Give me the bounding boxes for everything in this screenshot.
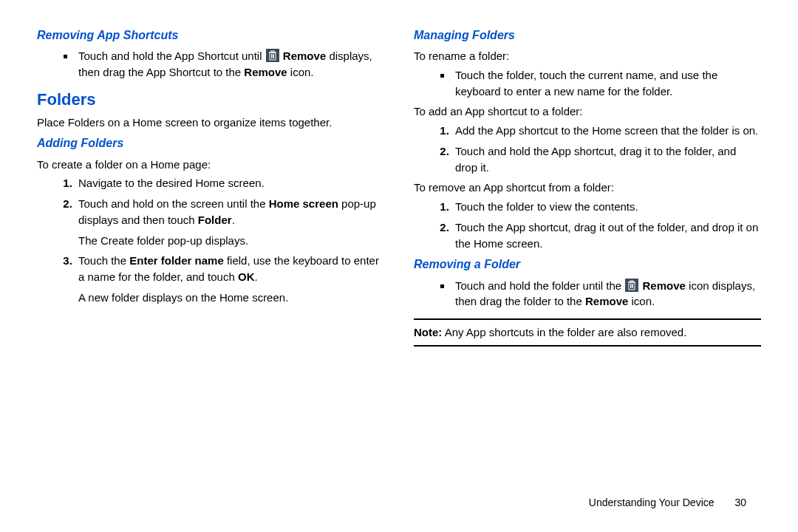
section-heading-folders: Folders xyxy=(37,88,384,112)
svg-rect-11 xyxy=(630,281,633,282)
text: . xyxy=(232,214,235,226)
paragraph: To remove an App shortcut from a folder: xyxy=(414,180,761,196)
paragraph: To rename a folder: xyxy=(414,48,761,64)
text: icon. xyxy=(628,295,655,307)
paragraph: Place Folders on a Home screen to organi… xyxy=(37,115,384,131)
list-item: Touch the Enter folder name field, use t… xyxy=(75,253,384,305)
bold-text: Enter folder name xyxy=(129,254,224,267)
bold-text: Home screen xyxy=(269,197,338,210)
follow-text: A new folder displays on the Home screen… xyxy=(78,290,384,306)
trash-icon xyxy=(266,49,279,62)
remove-label: Remove xyxy=(283,50,326,62)
subheading-removing-a-folder: Removing a Folder xyxy=(414,256,761,273)
text: . xyxy=(254,270,257,283)
footer-section: Understanding Your Device xyxy=(589,497,715,508)
text: icon. xyxy=(287,66,314,78)
subheading-adding-folders: Adding Folders xyxy=(37,134,384,151)
list-item: Touch and hold on the screen until the H… xyxy=(75,196,384,248)
right-column: Managing Folders To rename a folder: Tou… xyxy=(414,22,761,355)
left-column: Removing App Shortcuts Touch and hold th… xyxy=(37,22,384,355)
list-item: Touch and hold the App shortcut, drag it… xyxy=(452,143,761,176)
list-item: Touch the App shortcut, drag it out of t… xyxy=(452,219,761,252)
page-number: 30 xyxy=(734,497,746,508)
text: Touch and hold the folder until the xyxy=(455,279,624,292)
paragraph: To create a folder on a Home page: xyxy=(37,157,384,173)
remove-label: Remove xyxy=(244,66,287,78)
bold-text: OK xyxy=(238,270,255,283)
list-item: Touch and hold the folder until the Remo… xyxy=(452,278,761,310)
remove-label: Remove xyxy=(585,295,628,307)
note-label: Note: xyxy=(414,326,442,338)
trash-icon xyxy=(625,279,638,292)
text: Touch and hold the App Shortcut until xyxy=(78,50,265,62)
subheading-removing-app-shortcuts: Removing App Shortcuts xyxy=(37,27,384,44)
list-item: Add the App shortcut to the Home screen … xyxy=(452,123,761,139)
svg-rect-5 xyxy=(271,51,274,52)
note-block: Note: Any App shortcuts in the folder ar… xyxy=(414,318,761,347)
list-item: Touch the folder, touch the current name… xyxy=(452,67,761,100)
text: Touch the xyxy=(78,254,129,267)
page-footer: Understanding Your Device 30 xyxy=(589,495,746,510)
note-text: Any App shortcuts in the folder are also… xyxy=(442,326,686,338)
list-item: Navigate to the desired Home screen. xyxy=(75,175,384,191)
text: Touch and hold on the screen until the xyxy=(78,197,269,210)
paragraph: To add an App shortcut to a folder: xyxy=(414,103,761,120)
follow-text: The Create folder pop-up displays. xyxy=(78,233,384,249)
bold-text: Folder xyxy=(198,214,232,226)
list-item: Touch the folder to view the contents. xyxy=(452,199,761,215)
remove-label: Remove xyxy=(643,279,686,292)
list-item: Touch and hold the App Shortcut until Re… xyxy=(75,48,384,81)
subheading-managing-folders: Managing Folders xyxy=(414,27,761,44)
